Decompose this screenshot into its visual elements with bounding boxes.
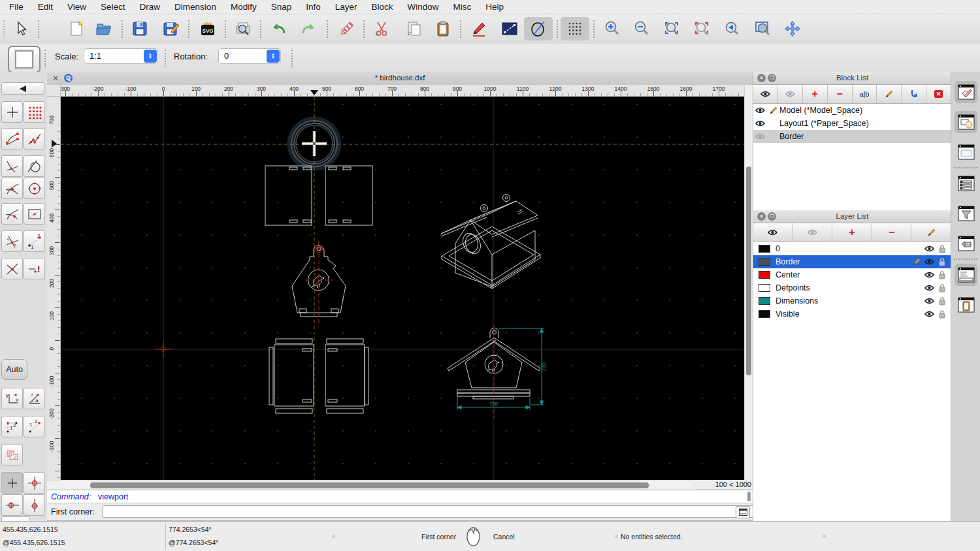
layer-row[interactable]: Visible — [753, 307, 951, 321]
hide-all-blocks-button[interactable] — [778, 85, 803, 103]
menu-help[interactable]: Help — [485, 2, 504, 12]
snap-perpendicular-icon[interactable] — [1, 155, 23, 177]
edit-pencil-icon[interactable] — [769, 106, 777, 115]
open-file-icon[interactable] — [92, 17, 116, 40]
save-icon[interactable] — [128, 17, 152, 40]
snap-tangential-icon[interactable] — [24, 155, 45, 177]
menu-dimension[interactable]: Dimension — [174, 2, 216, 12]
menu-layer[interactable]: Layer — [335, 2, 357, 12]
draw-pencil-icon[interactable] — [467, 17, 491, 40]
vertical-scrollbar[interactable] — [744, 85, 753, 490]
visibility-eye-icon[interactable] — [755, 120, 765, 127]
dock-clipboard-icon[interactable] — [955, 294, 977, 316]
dock-command-line-icon[interactable] — [955, 264, 977, 286]
insert-block-button[interactable] — [902, 85, 926, 103]
snap-reference-icon[interactable] — [24, 203, 45, 225]
edit-pencil-icon[interactable] — [885, 90, 893, 99]
entity-roof-panels[interactable] — [265, 166, 372, 225]
stepper-icon[interactable]: ▲▼ — [267, 50, 280, 63]
zoom-window-icon[interactable] — [751, 17, 774, 40]
menu-block[interactable]: Block — [372, 2, 393, 12]
remove-layer-button[interactable]: − — [872, 223, 912, 242]
layer-row[interactable]: Dimensions — [753, 294, 951, 307]
visibility-eye-icon[interactable] — [924, 259, 934, 265]
exclude-snap-icon[interactable] — [1, 444, 23, 465]
toolbar-drag-handle[interactable] — [3, 20, 5, 38]
layer-row[interactable]: Defpoints — [753, 281, 951, 294]
dock-block-list-icon[interactable] — [955, 111, 977, 133]
restrict-horizontal-icon[interactable] — [1, 494, 23, 516]
dock-layer-list-icon[interactable] — [955, 81, 977, 103]
copy-icon[interactable]: + — [402, 17, 426, 40]
block-list-item[interactable]: Border — [753, 130, 951, 143]
zoom-selection-icon[interactable] — [690, 17, 713, 40]
save-as-icon[interactable] — [159, 17, 183, 40]
line-tools-icon[interactable] — [498, 17, 521, 40]
dock-selection-filter-icon[interactable] — [955, 202, 977, 225]
visibility-eye-icon[interactable] — [924, 285, 934, 291]
restrict-orthogonal-icon[interactable] — [24, 472, 45, 494]
eraser-icon[interactable] — [335, 17, 358, 40]
new-document-icon[interactable] — [65, 17, 88, 40]
dock-library-browser-icon[interactable] — [955, 141, 977, 163]
snap-grid-icon[interactable] — [24, 101, 45, 123]
visibility-eye-icon[interactable] — [924, 245, 934, 252]
visibility-eye-icon[interactable] — [924, 311, 934, 317]
purge-block-button[interactable]: ✕ — [926, 85, 951, 103]
dock-property-editor-icon[interactable] — [955, 172, 977, 195]
grid-toggle-icon[interactable] — [561, 17, 589, 40]
command-options-icon[interactable] — [736, 506, 750, 518]
menu-view[interactable]: View — [67, 2, 86, 12]
rename-block-button[interactable]: a|b — [853, 85, 877, 103]
drawing-canvas[interactable]: 220 230 — [61, 97, 744, 480]
show-all-layers-button[interactable] — [753, 223, 793, 242]
horizontal-scrollbar[interactable] — [47, 480, 693, 490]
edit-pencil-icon[interactable] — [927, 228, 936, 237]
zoom-out-icon[interactable] — [630, 17, 653, 40]
snap-on-entity-icon[interactable] — [24, 128, 45, 150]
paste-icon[interactable] — [431, 17, 455, 40]
edit-layer-button[interactable] — [911, 223, 951, 242]
snap-center-icon[interactable] — [24, 178, 45, 199]
snap-endpoints-icon[interactable] — [1, 128, 23, 150]
visibility-eye-icon[interactable] — [768, 229, 777, 236]
menu-file[interactable]: File — [9, 2, 24, 12]
lock-icon[interactable] — [939, 271, 945, 279]
visibility-eye-icon[interactable] — [924, 298, 934, 304]
redo-icon[interactable] — [297, 17, 320, 40]
zoom-auto-icon[interactable] — [660, 17, 683, 40]
viewport-button[interactable] — [8, 46, 41, 73]
snap-intersection-manual-icon[interactable] — [1, 258, 23, 279]
visibility-eye-icon[interactable] — [808, 229, 817, 236]
snap-middle-icon[interactable] — [1, 178, 23, 199]
lock-icon[interactable] — [939, 245, 945, 253]
snap-auto-button[interactable]: Auto — [1, 359, 27, 380]
history-scrollbar[interactable] — [747, 492, 751, 501]
ellipse-tools-icon[interactable] — [524, 17, 553, 40]
zoom-previous-icon[interactable] — [720, 17, 743, 40]
show-all-blocks-button[interactable] — [753, 85, 778, 103]
restrict-nothing-icon[interactable] — [1, 472, 23, 494]
lock-icon[interactable] — [939, 297, 945, 306]
command-input[interactable] — [102, 505, 780, 518]
snap-nothing-icon[interactable]: ! — [24, 258, 45, 279]
pointer-icon[interactable] — [9, 17, 33, 40]
menu-misc[interactable]: Misc — [453, 2, 472, 12]
add-block-button[interactable]: + — [803, 85, 828, 103]
print-preview-icon[interactable] — [231, 17, 255, 40]
scrollbar-thumb[interactable] — [90, 482, 649, 488]
relative-polar-icon[interactable]: 12 — [24, 416, 45, 437]
menu-draw[interactable]: Draw — [140, 2, 161, 12]
relative-cartesian-icon[interactable]: 12 — [1, 416, 23, 437]
edit-pencil-icon[interactable] — [912, 258, 921, 266]
coordinate-cartesian-icon[interactable]: yx — [1, 388, 23, 409]
menu-edit[interactable]: Edit — [38, 2, 53, 12]
rotation-select[interactable]: 0 ▲▼ — [218, 48, 281, 64]
visibility-eye-icon[interactable] — [924, 272, 934, 278]
layer-row[interactable]: Center — [753, 268, 951, 281]
entity-isometric-view[interactable] — [441, 195, 540, 289]
scrollbar-thumb[interactable] — [746, 166, 751, 375]
hide-all-layers-button[interactable] — [793, 223, 833, 242]
snap-free-icon[interactable] — [1, 101, 23, 123]
coordinate-polar-icon[interactable]: ra — [24, 388, 45, 409]
